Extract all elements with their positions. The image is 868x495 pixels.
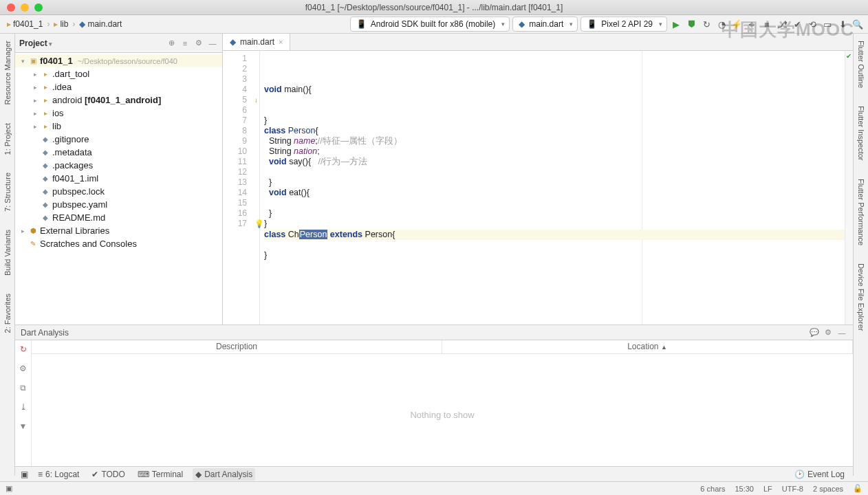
close-tab-icon[interactable]: × xyxy=(279,38,283,46)
run-config-selector[interactable]: ◆main.dart xyxy=(512,16,578,32)
left-tool-strip: Resource Manager 1: Project 7: Structure… xyxy=(0,34,15,476)
status-encoding[interactable]: UTF-8 xyxy=(782,485,803,493)
coverage-icon[interactable]: ↻ xyxy=(700,18,713,30)
tree-item[interactable]: ◆.packages xyxy=(15,159,222,172)
group-icon[interactable]: ⧉ xyxy=(20,383,26,393)
tree-item[interactable]: ◆pubspec.lock xyxy=(15,185,222,198)
status-bar: ▣ 6 chars 15:30 LF UTF-8 2 spaces 🔓 xyxy=(0,481,868,495)
toolbar: ▸f0401_1 › ▸lib › ◆main.dart 📱Android SD… xyxy=(0,15,868,34)
dart-analysis-table: Description Location ▲ Nothing to show xyxy=(32,340,853,476)
vcs-history-icon[interactable]: ⟲ xyxy=(806,18,818,30)
right-tab-flutter-performance[interactable]: Flutter Performance xyxy=(857,176,865,248)
tab-main-dart[interactable]: ◆main.dart × xyxy=(223,34,290,50)
left-tab-build-variants[interactable]: Build Variants xyxy=(3,227,12,278)
settings-icon[interactable]: ⚙ xyxy=(19,364,27,373)
tool-terminal[interactable]: ⌨ Terminal xyxy=(135,468,186,481)
right-tool-strip: Flutter Outline Flutter Inspector Flutte… xyxy=(853,34,868,476)
gear-icon[interactable]: ⚙ xyxy=(823,327,834,338)
tool-window-menu-icon[interactable]: ▣ xyxy=(21,470,28,479)
breadcrumb: ▸f0401_1 › ▸lib › ◆main.dart xyxy=(4,18,124,30)
debug-icon[interactable]: ⛊ xyxy=(685,18,697,30)
project-panel-title[interactable]: Project xyxy=(19,38,163,48)
tree-item[interactable]: ▸lib xyxy=(15,120,222,133)
dart-analysis-toolbar: ↻ ⚙ ⧉ ⤓ ▼ xyxy=(15,340,32,476)
right-tab-flutter-outline[interactable]: Flutter Outline xyxy=(857,38,865,91)
status-lock-icon[interactable]: 🔓 xyxy=(853,484,862,493)
tree-item[interactable]: ▸.dart_tool xyxy=(15,67,222,80)
bottom-tool-buttons: ▣ ≡ 6: Logcat ✔ TODO ⌨ Terminal ◆ Dart A… xyxy=(15,466,853,481)
tree-item[interactable]: ◆pubspec.yaml xyxy=(15,198,222,211)
stop-icon[interactable]: ■ xyxy=(761,18,773,30)
hide-panel-icon[interactable]: — xyxy=(836,327,847,338)
left-tab-resource-manager[interactable]: Resource Manager xyxy=(3,38,12,108)
tool-event-log[interactable]: 🕑 Event Log xyxy=(792,468,847,481)
tree-item[interactable]: ▸android [f0401_1_android] xyxy=(15,94,222,107)
window-title: f0401_1 [~/Desktop/lesson/source/f0401_1… xyxy=(0,3,868,12)
analysis-ok-icon: ✔ xyxy=(846,52,851,60)
sdk-icon[interactable]: ⬇ xyxy=(836,18,849,30)
breadcrumb-project[interactable]: ▸f0401_1 xyxy=(4,18,45,30)
feedback-icon[interactable]: 💬 xyxy=(809,327,820,338)
dart-analysis-header: Dart Analysis 💬 ⚙ — xyxy=(15,325,853,340)
tool-logcat[interactable]: ≡ 6: Logcat xyxy=(35,468,82,481)
tree-root[interactable]: ▣ f0401_1 ~/Desktop/lesson/source/f040 xyxy=(15,54,222,67)
title-bar: f0401_1 [~/Desktop/lesson/source/f0401_1… xyxy=(0,0,868,15)
restart-analysis-icon[interactable]: ↻ xyxy=(20,344,27,354)
left-tab-favorites[interactable]: 2: Favorites xyxy=(3,291,12,336)
vcs-commit-icon[interactable]: ✔ xyxy=(791,18,803,30)
hot-reload-icon[interactable]: ⚡ xyxy=(730,18,743,30)
breadcrumb-file[interactable]: ◆main.dart xyxy=(76,18,124,30)
tree-item[interactable]: ◆.metadata xyxy=(15,146,222,159)
profile-icon[interactable]: ◔ xyxy=(715,18,728,30)
attach-icon[interactable]: ⎆ xyxy=(746,18,758,30)
editor-tabs: ◆main.dart × xyxy=(223,34,853,51)
tree-item[interactable]: ▸ios xyxy=(15,107,222,120)
column-description[interactable]: Description xyxy=(32,340,442,353)
left-tab-structure[interactable]: 7: Structure xyxy=(3,170,12,214)
right-tab-flutter-inspector[interactable]: Flutter Inspector xyxy=(857,103,865,163)
column-location[interactable]: Location ▲ xyxy=(442,340,853,353)
left-tab-project[interactable]: 1: Project xyxy=(3,120,12,157)
dart-analysis-panel: Dart Analysis 💬 ⚙ — ↻ ⚙ ⧉ ⤓ ▼ Descriptio… xyxy=(15,324,853,476)
avd-icon[interactable]: ▭ xyxy=(821,18,834,30)
emulator-selector[interactable]: 📱Pixel 2 API 29 xyxy=(581,16,667,32)
filter-icon[interactable]: ▼ xyxy=(19,421,28,431)
hide-panel-icon[interactable]: — xyxy=(207,38,218,49)
tree-item[interactable]: ◆f0401_1.iml xyxy=(15,172,222,185)
tree-item[interactable]: ◆README.md xyxy=(15,211,222,224)
run-icon[interactable]: ▶ xyxy=(670,18,682,30)
tree-item[interactable]: ◆.gitignore xyxy=(15,133,222,146)
gear-icon[interactable]: ⚙ xyxy=(193,38,204,49)
tool-todo[interactable]: ✔ TODO xyxy=(89,468,127,481)
status-indent[interactable]: 2 spaces xyxy=(813,485,843,493)
right-tab-device-file-explorer[interactable]: Device File Explorer xyxy=(857,261,865,333)
tree-scratches[interactable]: ✎ Scratches and Consoles xyxy=(15,237,222,250)
locate-icon[interactable]: ⊕ xyxy=(166,38,177,49)
breadcrumb-folder[interactable]: ▸lib xyxy=(51,18,71,30)
dart-analysis-title: Dart Analysis xyxy=(21,328,69,338)
status-left-icon[interactable]: ▣ xyxy=(6,484,12,493)
status-caret-pos[interactable]: 15:30 xyxy=(735,485,754,493)
vcs-icon[interactable]: ⎇ xyxy=(776,18,788,30)
expand-all-icon[interactable]: ≡ xyxy=(180,38,191,49)
tree-external-libraries[interactable]: ⬢ External Libraries xyxy=(15,224,222,237)
search-icon[interactable]: 🔍 xyxy=(851,18,864,30)
tree-item[interactable]: ▸.idea xyxy=(15,80,222,94)
status-chars: 6 chars xyxy=(700,485,725,493)
dart-analysis-empty: Nothing to show xyxy=(32,354,853,476)
status-line-ending[interactable]: LF xyxy=(763,485,772,493)
device-selector[interactable]: 📱Android SDK built for x86 (mobile) xyxy=(350,16,510,32)
project-panel-header: Project ⊕ ≡ ⚙ — xyxy=(15,34,222,53)
autoscroll-icon[interactable]: ⤓ xyxy=(20,402,27,412)
tool-dart-analysis[interactable]: ◆ Dart Analysis xyxy=(193,468,255,481)
